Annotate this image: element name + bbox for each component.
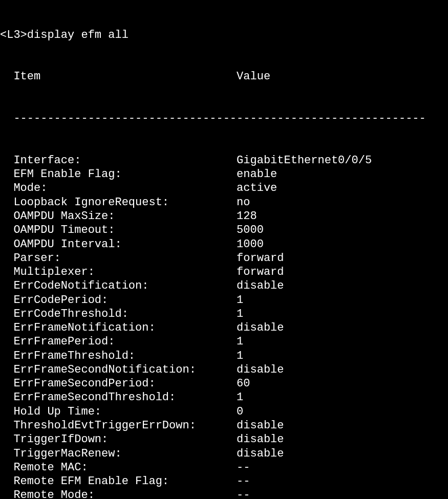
row-value: no (237, 196, 250, 209)
row-item: Hold Up Time: (0, 405, 237, 419)
table-row: ErrCodeThreshold: 1 (0, 307, 448, 321)
row-item: OAMPDU Timeout: (0, 223, 237, 237)
row-value: disable (237, 279, 284, 293)
row-value: GigabitEthernet0/0/5 (237, 154, 372, 167)
row-item: ErrCodeNotification: (0, 279, 237, 293)
table-row: ErrCodeNotification: disable (0, 279, 448, 293)
row-item: Parser: (0, 251, 237, 265)
table-row: TriggerIfDown: disable (0, 432, 448, 446)
table-row: Parser: forward (0, 251, 448, 265)
row-item: TriggerMacRenew: (0, 447, 237, 461)
terminal-output: <L3>display efm all Item Value ---------… (0, 0, 448, 499)
row-value: 1000 (237, 237, 264, 251)
command-line[interactable]: <L3>display efm all (0, 28, 448, 42)
row-value: forward (237, 251, 284, 265)
row-value: -- (237, 474, 250, 488)
table-row: Multiplexer: forward (0, 265, 448, 279)
table-row: ErrFramePeriod: 1 (0, 335, 448, 349)
table-row: ErrFrameSecondNotification: disable (0, 363, 448, 377)
row-item: TriggerIfDown: (0, 432, 237, 446)
table-row: ErrFrameThreshold: 1 (0, 349, 448, 363)
row-value: 1 (237, 335, 243, 349)
row-item: Interface: (0, 154, 237, 167)
table-row: Hold Up Time: 0 (0, 405, 448, 419)
table-row: ErrFrameNotification: disable (0, 321, 448, 335)
row-value: 5000 (237, 223, 264, 237)
row-item: OAMPDU Interval: (0, 237, 237, 251)
row-item: ErrFrameThreshold: (0, 349, 237, 363)
header-row: Item Value (0, 70, 448, 83)
row-item: Remote Mode: (0, 488, 237, 499)
table-row: OAMPDU MaxSize: 128 (0, 209, 448, 223)
row-value: -- (237, 461, 250, 474)
row-item: OAMPDU MaxSize: (0, 209, 237, 223)
table-row: EFM Enable Flag: enable (0, 167, 448, 181)
row-item: ErrCodePeriod: (0, 293, 237, 307)
row-item: ThresholdEvtTriggerErrDown: (0, 419, 237, 432)
row-value: -- (237, 488, 250, 499)
table-row: ThresholdEvtTriggerErrDown: disable (0, 419, 448, 432)
row-item: ErrCodeThreshold: (0, 307, 237, 321)
row-value: 60 (237, 377, 250, 390)
header-value: Value (237, 70, 270, 83)
table-row: Remote EFM Enable Flag: -- (0, 474, 448, 488)
row-item: ErrFrameSecondNotification: (0, 363, 237, 377)
table-row: Remote Mode: -- (0, 488, 448, 499)
table-row: Mode: active (0, 181, 448, 195)
table-row: TriggerMacRenew: disable (0, 447, 448, 461)
row-value: 0 (237, 405, 243, 419)
table-row: Remote MAC: -- (0, 461, 448, 474)
table-row: ErrFrameSecondPeriod: 60 (0, 377, 448, 390)
header-item: Item (0, 70, 237, 83)
row-item: Mode: (0, 181, 237, 195)
table-row: ErrFrameSecondThreshold: 1 (0, 390, 448, 404)
table-row: OAMPDU Interval: 1000 (0, 237, 448, 251)
row-value: 1 (237, 349, 243, 363)
row-value: active (237, 181, 277, 195)
table-row: OAMPDU Timeout: 5000 (0, 223, 448, 237)
row-value: 1 (237, 307, 243, 321)
row-item: EFM Enable Flag: (0, 167, 237, 181)
row-item: Loopback IgnoreRequest: (0, 196, 237, 209)
row-item: ErrFrameNotification: (0, 321, 237, 335)
row-item: Remote MAC: (0, 461, 237, 474)
row-value: disable (237, 432, 284, 446)
row-item: ErrFrameSecondPeriod: (0, 377, 237, 390)
prompt: <L3> (0, 29, 27, 41)
row-value: disable (237, 447, 284, 461)
row-value: disable (237, 419, 284, 432)
row-value: enable (237, 167, 277, 181)
row-item: Remote EFM Enable Flag: (0, 474, 237, 488)
row-value: disable (237, 321, 284, 335)
table-row: Loopback IgnoreRequest: no (0, 196, 448, 209)
divider-line: ----------------------------------------… (0, 112, 448, 125)
row-value: 1 (237, 293, 243, 307)
table-row: ErrCodePeriod: 1 (0, 293, 448, 307)
row-item: ErrFrameSecondThreshold: (0, 390, 237, 404)
row-value: forward (237, 265, 284, 279)
row-value: 1 (237, 390, 243, 404)
table-row: Interface: GigabitEthernet0/0/5 (0, 154, 448, 167)
row-value: 128 (237, 209, 257, 223)
row-item: ErrFramePeriod: (0, 335, 237, 349)
row-value: disable (237, 363, 284, 377)
row-item: Multiplexer: (0, 265, 237, 279)
command-text: display efm all (27, 29, 129, 41)
